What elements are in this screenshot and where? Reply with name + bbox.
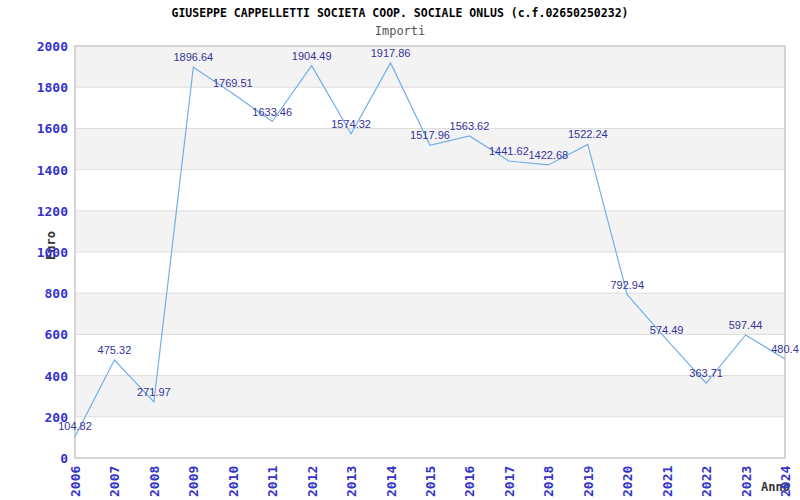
point-label: 104.82 <box>58 420 92 432</box>
x-tick-label: 2021 <box>660 466 675 497</box>
x-tick-label: 2022 <box>699 466 714 497</box>
x-tick-label: 2024 <box>778 466 793 497</box>
point-label: 1769.51 <box>213 77 253 89</box>
point-label: 1422.68 <box>528 149 568 161</box>
plot-band <box>75 376 785 417</box>
y-tick-label: 1200 <box>37 204 68 219</box>
point-label: 792.94 <box>610 279 644 291</box>
y-tick-label: 0 <box>60 451 68 466</box>
y-tick-label: 600 <box>45 327 69 342</box>
x-tick-label: 2018 <box>541 466 556 497</box>
point-label: 1574.32 <box>331 118 371 130</box>
point-label: 1522.24 <box>568 128 608 140</box>
point-label: 574.49 <box>650 324 684 336</box>
x-tick-label: 2023 <box>739 466 754 497</box>
y-tick-label: 1000 <box>37 245 68 260</box>
plot-band <box>75 87 785 128</box>
y-tick-label: 1600 <box>37 121 68 136</box>
x-tick-label: 2010 <box>226 466 241 497</box>
x-tick-label: 2007 <box>107 466 122 497</box>
x-tick-label: 2009 <box>186 466 201 497</box>
plot-band <box>75 334 785 375</box>
point-label: 1633.46 <box>252 106 292 118</box>
x-tick-label: 2011 <box>265 466 280 497</box>
y-tick-label: 2000 <box>37 39 68 54</box>
point-label: 1563.62 <box>450 120 490 132</box>
point-label: 475.32 <box>98 344 132 356</box>
point-label: 1917.86 <box>371 47 411 59</box>
y-tick-label: 800 <box>45 286 69 301</box>
point-label: 1517.96 <box>410 129 450 141</box>
point-label: 363.71 <box>689 367 723 379</box>
point-label: 1441.62 <box>489 145 529 157</box>
x-tick-label: 2012 <box>305 466 320 497</box>
x-tick-label: 2014 <box>384 466 399 497</box>
x-tick-label: 2013 <box>344 466 359 497</box>
point-label: 271.97 <box>137 386 171 398</box>
plot-band <box>75 170 785 211</box>
plot-band <box>75 211 785 252</box>
point-label: 1896.64 <box>173 51 213 63</box>
x-tick-label: 2008 <box>147 466 162 497</box>
x-tick-label: 2017 <box>502 466 517 497</box>
line-chart-plot: 0200400600800100012001400160018002000200… <box>0 0 800 500</box>
plot-band <box>75 417 785 458</box>
chart-canvas: GIUSEPPE CAPPELLETTI SOCIETA COOP. SOCIA… <box>0 0 800 500</box>
x-tick-label: 2006 <box>68 466 83 497</box>
x-tick-label: 2019 <box>581 466 596 497</box>
y-tick-label: 1400 <box>37 163 68 178</box>
x-tick-label: 2020 <box>620 466 635 497</box>
point-label: 480.4 <box>771 343 799 355</box>
y-tick-label: 1800 <box>37 80 68 95</box>
point-label: 1904.49 <box>292 50 332 62</box>
plot-band <box>75 252 785 293</box>
x-tick-label: 2015 <box>423 466 438 497</box>
point-label: 597.44 <box>729 319 763 331</box>
y-tick-label: 400 <box>45 369 69 384</box>
x-tick-label: 2016 <box>462 466 477 497</box>
